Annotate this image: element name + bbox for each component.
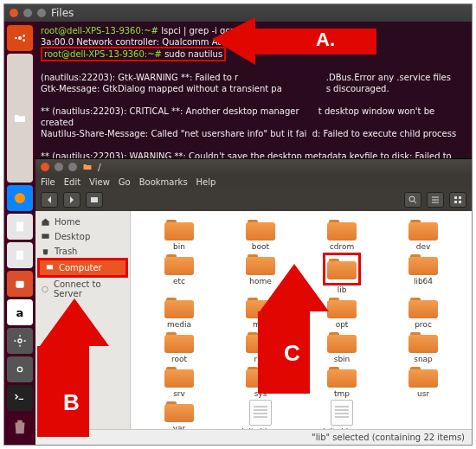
file-pane[interactable]: binbootcdromdevetchomeliblib64mediamntop… — [131, 211, 472, 429]
folder-item[interactable]: cdrom — [302, 218, 382, 251]
amazon-icon[interactable]: a — [7, 299, 33, 325]
folder-item[interactable]: root — [139, 330, 219, 363]
file-label: initrd.img — [241, 427, 279, 429]
sidebar-item-connect[interactable]: Connect to Server — [35, 277, 130, 301]
annotation-box-lib — [323, 253, 361, 285]
svg-point-8 — [18, 339, 22, 343]
menu-view[interactable]: View — [89, 177, 110, 187]
folder-label: etc — [173, 277, 185, 285]
dash-icon[interactable] — [7, 25, 33, 51]
folder-item[interactable]: proc — [383, 296, 463, 329]
folder-label: run — [254, 355, 267, 363]
folder-icon — [164, 296, 194, 318]
files-icon[interactable] — [7, 54, 33, 183]
folder-label: srv — [173, 389, 185, 398]
folder-item[interactable]: home — [221, 253, 300, 294]
folder-item[interactable]: tmp — [302, 365, 382, 398]
svg-point-3 — [15, 37, 17, 40]
folder-item[interactable]: bin — [139, 218, 219, 251]
svg-point-9 — [17, 367, 22, 371]
folder-icon — [164, 400, 194, 422]
terminal-icon[interactable] — [7, 385, 33, 411]
folder-item[interactable]: dev — [383, 218, 463, 251]
folder-label: snap — [414, 355, 433, 363]
file-icon — [331, 400, 353, 426]
svg-rect-15 — [459, 201, 461, 203]
file-item[interactable]: initrd.img — [302, 400, 382, 429]
folder-icon — [408, 218, 438, 241]
sidebar-item-computer[interactable]: Computer — [40, 260, 125, 275]
file-item[interactable]: initrd.img — [221, 400, 300, 429]
folder-item[interactable]: etc — [139, 253, 219, 294]
folder-label: var — [173, 424, 186, 429]
maximize-icon[interactable] — [68, 163, 77, 171]
folder-item[interactable]: lib64 — [383, 253, 463, 294]
folder-item[interactable]: srv — [139, 365, 219, 398]
menu-edit[interactable]: Edit — [64, 177, 80, 187]
gear-icon[interactable] — [7, 356, 33, 382]
menu-file[interactable]: File — [41, 177, 55, 187]
folder-icon — [82, 162, 93, 172]
document-icon[interactable] — [7, 214, 33, 240]
svg-rect-6 — [16, 251, 23, 260]
sidebar-item-home[interactable]: Home — [35, 215, 130, 229]
folder-item[interactable]: boot — [221, 218, 300, 251]
folder-label: cdrom — [330, 242, 354, 251]
folder-icon — [164, 218, 194, 241]
software-icon[interactable] — [7, 271, 33, 297]
folder-item[interactable]: sys — [221, 365, 300, 398]
folder-icon — [327, 365, 357, 388]
menu-help[interactable]: Help — [196, 177, 216, 187]
firefox-icon[interactable] — [7, 185, 33, 211]
nautilus-titlebar: / — [35, 159, 472, 175]
svg-point-18 — [42, 286, 48, 292]
svg-point-1 — [23, 35, 25, 37]
folder-item[interactable]: run — [221, 330, 300, 363]
search-button[interactable] — [404, 192, 421, 208]
folder-label: mnt — [253, 320, 268, 329]
folder-icon — [408, 365, 438, 388]
folder-item[interactable]: sbin — [302, 330, 382, 363]
places-sidebar: Home Desktop Trash Computer Connect to S… — [35, 211, 131, 429]
settings-icon[interactable] — [7, 328, 33, 354]
minimize-icon[interactable] — [55, 163, 63, 171]
forward-button[interactable] — [63, 192, 80, 208]
path-button[interactable] — [86, 192, 103, 208]
sidebar-item-desktop[interactable]: Desktop — [35, 229, 130, 244]
folder-item[interactable]: usr — [383, 365, 463, 398]
view-list-button[interactable] — [427, 192, 444, 208]
spreadsheet-icon[interactable] — [7, 242, 33, 268]
menu-bookmarks[interactable]: Bookmarks — [139, 177, 188, 187]
svg-rect-17 — [47, 265, 53, 269]
folder-item[interactable]: mnt — [221, 296, 300, 329]
folder-item[interactable]: media — [139, 296, 219, 329]
window-title: Files — [51, 7, 74, 19]
folder-item[interactable]: opt — [302, 296, 382, 329]
svg-point-2 — [23, 39, 25, 42]
folder-item[interactable]: lib — [302, 253, 382, 294]
folder-icon — [408, 330, 438, 353]
minimize-icon[interactable] — [23, 9, 32, 17]
folder-item[interactable]: var — [139, 400, 219, 429]
folder-label: boot — [252, 242, 269, 251]
folder-item[interactable]: snap — [383, 330, 463, 363]
folder-label: media — [167, 320, 191, 329]
close-icon[interactable] — [10, 9, 18, 17]
folder-icon — [327, 330, 357, 353]
svg-point-0 — [18, 36, 22, 40]
close-icon[interactable] — [41, 163, 49, 171]
menu-go[interactable]: Go — [119, 177, 131, 187]
folder-icon — [327, 257, 357, 279]
folder-icon — [327, 296, 357, 318]
folder-label: sbin — [334, 355, 351, 363]
maximize-icon[interactable] — [37, 9, 46, 17]
sidebar-item-trash[interactable]: Trash — [35, 244, 130, 259]
svg-rect-10 — [91, 197, 98, 202]
trash-icon[interactable] — [7, 414, 33, 439]
statusbar: "lib" selected (containing 22 items) — [35, 429, 472, 445]
folder-label: proc — [415, 320, 432, 329]
folder-label: tmp — [334, 389, 350, 398]
annotation-box-computer: Computer — [37, 258, 128, 278]
back-button[interactable] — [41, 192, 58, 208]
view-grid-button[interactable] — [449, 192, 466, 208]
